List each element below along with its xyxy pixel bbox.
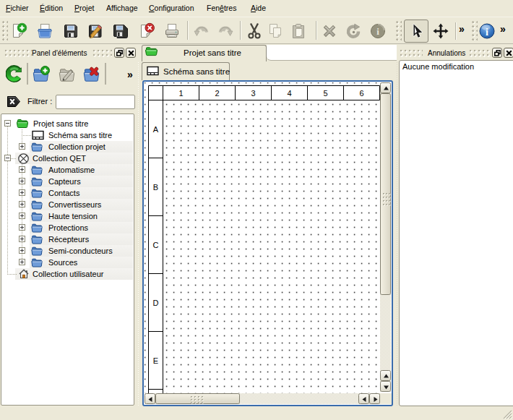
svg-text:i: i	[376, 26, 379, 37]
svg-text:1: 1	[178, 88, 183, 97]
svg-text:i: i	[486, 27, 488, 38]
svg-text:A: A	[152, 124, 158, 133]
svg-text:C: C	[152, 240, 158, 249]
svg-text:D: D	[152, 298, 158, 307]
svg-text:4: 4	[287, 88, 291, 97]
svg-text:5: 5	[323, 88, 327, 97]
svg-text:3: 3	[251, 88, 255, 97]
svg-text:6: 6	[359, 88, 363, 97]
svg-text:2: 2	[215, 88, 219, 97]
svg-text:B: B	[152, 182, 158, 191]
svg-text:E: E	[152, 356, 158, 364]
